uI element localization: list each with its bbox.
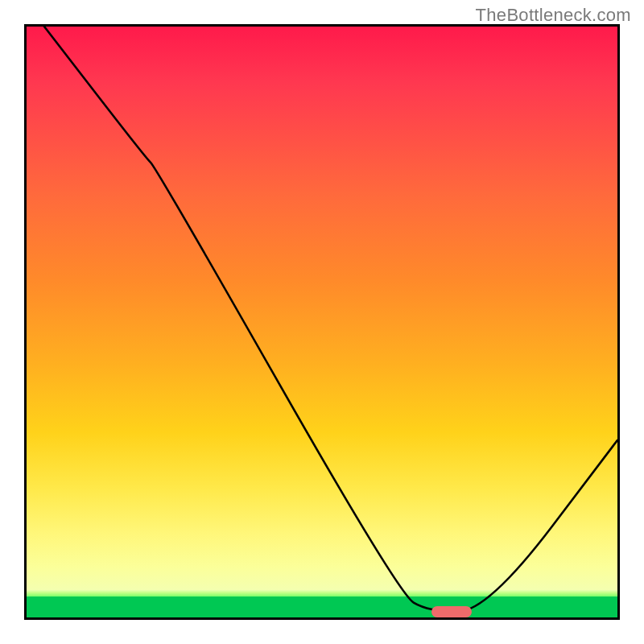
chart-stage: TheBottleneck.com <box>0 0 644 644</box>
watermark-text: TheBottleneck.com <box>476 5 631 26</box>
curve-svg <box>27 27 617 617</box>
plot-area <box>24 24 620 620</box>
curve-path <box>44 27 617 612</box>
bottleneck-marker <box>431 606 472 617</box>
